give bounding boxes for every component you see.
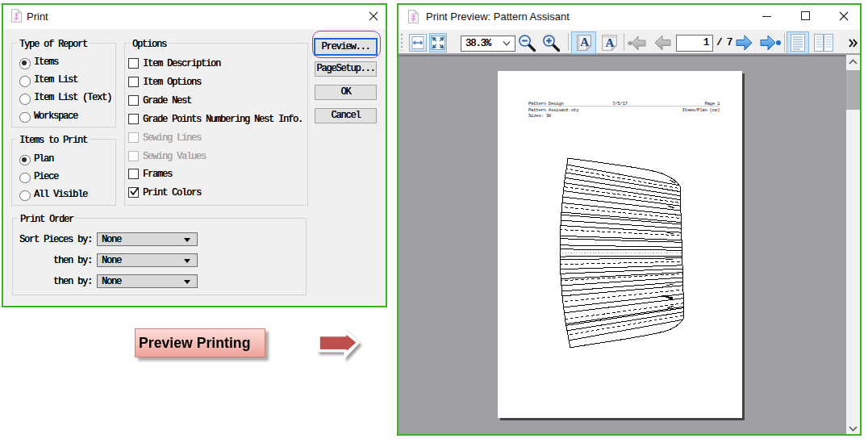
svg-text:Sizes: 38: Sizes: 38: [528, 113, 552, 119]
svg-text:Pattern Design: Pattern Design: [528, 101, 564, 107]
svg-text:7/5/17: 7/5/17: [612, 101, 628, 107]
svg-text:A: A: [580, 36, 589, 48]
svg-text:Page 1: Page 1: [704, 101, 720, 107]
svg-text:Items/Plan (cm): Items/Plan (cm): [682, 107, 720, 113]
svg-text:Pattern Assisant.sty: Pattern Assisant.sty: [528, 107, 579, 113]
svg-text:A: A: [605, 36, 614, 49]
